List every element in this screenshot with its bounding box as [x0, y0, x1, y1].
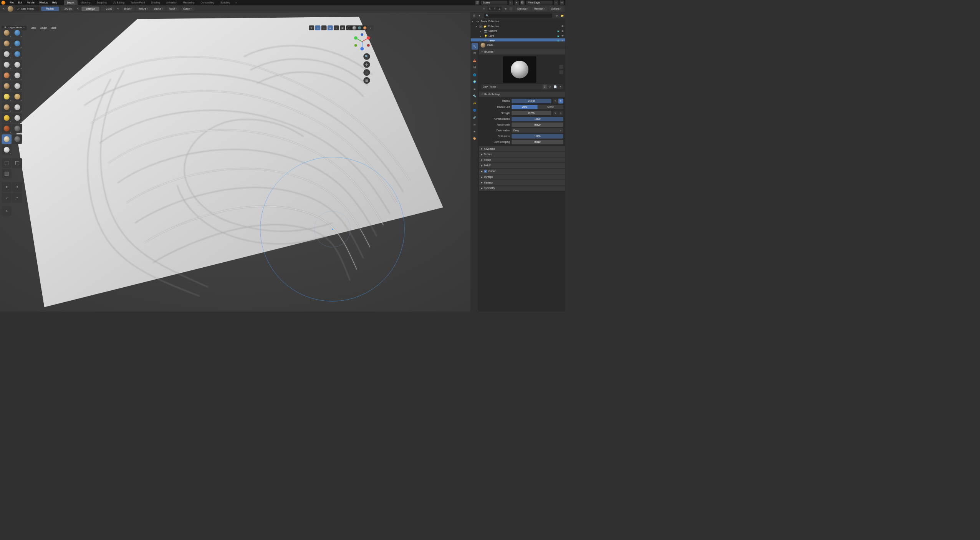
workspace-tab-texture-paint[interactable]: Texture Paint: [127, 0, 148, 5]
outliner-view-dropdown[interactable]: ▾: [477, 13, 481, 17]
tool-smooth[interactable]: [12, 70, 22, 80]
properties-tab-world[interactable]: 🌍: [472, 78, 478, 85]
tool-elastic[interactable]: [2, 113, 12, 123]
tool-clay-thumb[interactable]: [2, 49, 12, 59]
outliner-search-input[interactable]: 🔍: [484, 13, 552, 18]
scene-delete-icon[interactable]: ✕: [515, 0, 519, 5]
tool-draw-sharp[interactable]: [12, 28, 22, 38]
collection-enable-checkbox[interactable]: [480, 25, 483, 28]
viewport-select-visibility-icon[interactable]: 👁: [309, 25, 314, 30]
outliner-item-plane[interactable]: ▸ ▽ Plane ▣ 👁: [471, 38, 565, 41]
cursor-enable-checkbox[interactable]: [484, 170, 487, 173]
shading-wire-icon[interactable]: [346, 25, 351, 30]
tool-clay[interactable]: [2, 38, 12, 48]
strength-unified-toggle-icon[interactable]: ⎘: [558, 111, 563, 116]
editor-menu-view[interactable]: View: [29, 26, 38, 30]
properties-tab-material[interactable]: ◉: [472, 128, 478, 135]
outliner-filter-icon[interactable]: ⚙: [555, 13, 559, 17]
panel-cursor-header[interactable]: ▶Cursor: [479, 168, 566, 174]
tool-box-mask[interactable]: [2, 158, 12, 168]
outliner-new-collection-icon[interactable]: 📁: [560, 13, 564, 17]
overlays-dropdown-icon[interactable]: ▾: [334, 25, 339, 30]
workspace-tab-rendering[interactable]: Rendering: [180, 0, 197, 5]
viewlayer-delete-icon[interactable]: ✕: [560, 0, 564, 5]
deformation-dropdown[interactable]: Drag: [512, 128, 563, 133]
dyntopo-checkbox[interactable]: [510, 7, 513, 10]
brush-name-input[interactable]: Clay Thumb: [481, 84, 542, 89]
mirror-axis-z[interactable]: Z: [497, 7, 502, 11]
workspace-tab-animation[interactable]: Animation: [163, 0, 180, 5]
brush-users-count[interactable]: 2: [542, 84, 547, 89]
tool-snake-hook[interactable]: [12, 113, 22, 123]
panel-texture-header[interactable]: ▶Texture: [479, 152, 566, 157]
properties-tab-scene[interactable]: 🌐: [472, 71, 478, 78]
symmetry-extra-icon[interactable]: ⟲: [504, 7, 508, 11]
cloth-mass-value-field[interactable]: 1.000: [512, 134, 563, 139]
camera-view-icon[interactable]: 🎥: [363, 69, 370, 76]
brush-preview-thumbnail[interactable]: [503, 56, 536, 83]
outliner-item-light[interactable]: ▸ 💡 Light ▣ 👁: [471, 34, 565, 39]
tool-simplify[interactable]: [12, 134, 22, 144]
menu-window[interactable]: Window: [37, 0, 50, 5]
strength-value[interactable]: 0.256: [101, 7, 114, 11]
editor-menu-mask[interactable]: Mask: [49, 26, 58, 30]
disclosure-triangle-icon[interactable]: ▾: [472, 20, 475, 23]
tool-draw[interactable]: [2, 28, 12, 38]
tool-dropdown-brush[interactable]: Brush: [122, 7, 134, 11]
xray-toggle-icon[interactable]: ▦: [340, 25, 345, 30]
tool-flatten[interactable]: [2, 81, 12, 91]
tool-rotate[interactable]: ⟲: [12, 182, 22, 192]
tool-dropdown-dyntopo[interactable]: Dyntopo: [515, 7, 531, 11]
autosmooth-value-field[interactable]: 0.000: [512, 123, 563, 127]
menu-help[interactable]: Help: [50, 0, 60, 5]
tool-dropdown-cursor[interactable]: Cursor: [181, 7, 195, 11]
radius-pressure-icon[interactable]: ✎: [76, 7, 79, 11]
mirror-axis-x[interactable]: X: [487, 7, 492, 11]
panel-remesh-header[interactable]: ▶Remesh: [479, 180, 566, 185]
navigation-gizmo[interactable]: [353, 32, 371, 51]
viewport[interactable]: 🗿 Sculpt Mode ViewSculptMask 👁 ⊹ ▾ ◉ ▾ ▦…: [0, 12, 471, 311]
radius-pressure-toggle-icon[interactable]: ✎: [553, 99, 558, 104]
workspace-add-button[interactable]: +: [233, 1, 239, 4]
strength-pressure-icon[interactable]: ✎: [116, 7, 120, 11]
strength-value-field[interactable]: 0.256: [512, 111, 551, 116]
shading-rendered-icon[interactable]: [362, 25, 368, 30]
radius-unit-view[interactable]: View: [512, 105, 537, 109]
outliner-root[interactable]: ▾ 🗂 Scene Collection: [471, 19, 565, 24]
gizmo-toggle-icon[interactable]: ⊹: [315, 25, 320, 30]
tool-multiplane[interactable]: [12, 92, 22, 101]
disclosure-triangle-icon[interactable]: ▸: [480, 35, 483, 38]
visibility-eye-icon[interactable]: 👁: [561, 39, 564, 41]
properties-tab-view[interactable]: 🎞: [472, 64, 478, 71]
workspace-tab-modeling[interactable]: Modeling: [78, 0, 94, 5]
properties-tab-data[interactable]: ▤: [472, 121, 478, 128]
mirror-axis-y[interactable]: Y: [492, 7, 497, 11]
brush-name-field[interactable]: 🖌 Clay Thumb: [15, 7, 39, 11]
tool-grab[interactable]: [12, 103, 22, 112]
brush-fakeuser-icon[interactable]: 🛡: [547, 84, 553, 89]
brush-unlink-icon[interactable]: ✕: [558, 84, 563, 89]
panel-brushes-header[interactable]: ▼ Brushes: [479, 49, 566, 55]
radius-unit-scene[interactable]: Scene: [538, 105, 563, 109]
tool-transform[interactable]: ✦: [12, 193, 22, 202]
strength-pressure-toggle-icon[interactable]: ✎: [553, 111, 558, 116]
brush-thumbnail-icon[interactable]: [8, 6, 13, 12]
tool-cloth[interactable]: [2, 134, 12, 144]
brush-new-icon[interactable]: 📄: [553, 84, 558, 89]
disclosure-triangle-icon[interactable]: ▸: [480, 40, 483, 41]
properties-tab-texture[interactable]: 🎨: [472, 135, 478, 142]
shading-options-dropdown[interactable]: ▾: [368, 25, 374, 30]
tool-dropdown-texture[interactable]: Texture: [136, 7, 151, 11]
shading-matprev-icon[interactable]: [357, 25, 362, 30]
panel-advanced-header[interactable]: ▶Advanced: [479, 146, 566, 151]
tool-layer[interactable]: [12, 49, 22, 59]
properties-tab-modifier[interactable]: 🔩: [472, 93, 478, 99]
toggle-perspective-icon[interactable]: ▦: [363, 77, 370, 84]
cloth-damping-value-field[interactable]: 0.010: [512, 140, 563, 144]
tool-blob[interactable]: [12, 60, 22, 70]
overlays-toggle-icon[interactable]: ◉: [328, 25, 333, 30]
properties-tab-output[interactable]: 📤: [472, 57, 478, 64]
editor-menu-sculpt[interactable]: Sculpt: [38, 26, 48, 30]
radius-value-field[interactable]: 242 px: [512, 99, 551, 103]
workspace-tab-shading[interactable]: Shading: [148, 0, 163, 5]
